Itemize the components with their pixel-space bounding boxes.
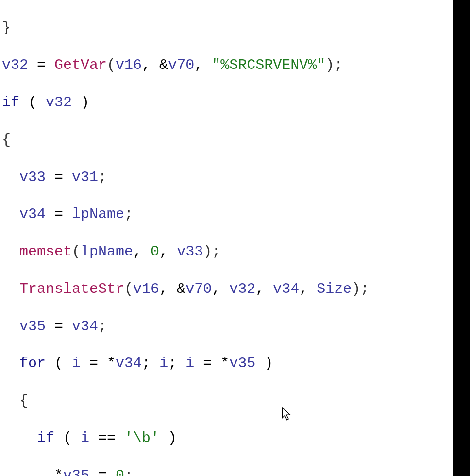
variable[interactable]: v32 bbox=[229, 281, 255, 297]
variable[interactable]: v33 bbox=[19, 169, 46, 186]
punct: ; bbox=[124, 206, 133, 222]
function-call[interactable]: memset bbox=[19, 243, 72, 260]
variable[interactable]: i bbox=[159, 355, 168, 372]
variable[interactable]: i bbox=[81, 430, 89, 446]
variable[interactable]: v32 bbox=[2, 57, 28, 73]
variable[interactable]: Size bbox=[317, 281, 352, 297]
comma: , bbox=[142, 57, 159, 73]
brace: } bbox=[2, 19, 11, 36]
comma: , bbox=[133, 243, 151, 260]
punct: ; bbox=[124, 467, 133, 476]
paren: ( bbox=[124, 281, 133, 297]
right-border-panel bbox=[453, 0, 470, 476]
punct: ); bbox=[203, 243, 220, 260]
code-line: if ( i == '\b' ) bbox=[2, 429, 470, 447]
punct: ); bbox=[352, 281, 369, 297]
variable[interactable]: v31 bbox=[72, 169, 98, 186]
keyword: for bbox=[19, 355, 46, 372]
keyword: if bbox=[37, 430, 54, 446]
paren: ( bbox=[72, 243, 81, 260]
variable[interactable]: v16 bbox=[116, 57, 142, 73]
code-line: memset(lpName, 0, v33); bbox=[2, 242, 470, 261]
operator: = bbox=[46, 206, 72, 222]
char-literal: '\b' bbox=[124, 430, 159, 446]
variable[interactable]: i bbox=[72, 355, 81, 372]
comma: , bbox=[194, 57, 212, 73]
variable[interactable]: v34 bbox=[273, 281, 299, 297]
code-line: *v35 = 0; bbox=[2, 466, 470, 476]
brace: { bbox=[19, 392, 28, 409]
operator: * bbox=[54, 467, 63, 476]
variable[interactable]: v16 bbox=[133, 281, 159, 297]
function-call[interactable]: TranslateStr bbox=[19, 281, 124, 297]
operator: = bbox=[28, 57, 54, 73]
comma: , bbox=[159, 243, 177, 260]
punct: ; bbox=[98, 318, 107, 335]
variable[interactable]: lpName bbox=[72, 206, 124, 222]
paren: ( bbox=[107, 57, 116, 73]
code-line: { bbox=[2, 131, 470, 149]
code-line: { bbox=[2, 391, 470, 410]
operator: * bbox=[107, 355, 116, 372]
punct: ); bbox=[325, 57, 343, 73]
variable[interactable]: i bbox=[185, 355, 194, 372]
operator: = bbox=[81, 355, 107, 372]
variable[interactable]: v35 bbox=[63, 467, 89, 476]
keyword: if bbox=[2, 94, 19, 111]
number: 0 bbox=[116, 467, 124, 476]
operator: = bbox=[194, 355, 220, 372]
variable[interactable]: v34 bbox=[72, 318, 98, 335]
variable[interactable]: v32 bbox=[46, 94, 72, 111]
paren: ( bbox=[54, 430, 81, 446]
punct: ; bbox=[98, 169, 107, 186]
code-line: v35 = v34; bbox=[2, 317, 470, 336]
punct: ; bbox=[142, 355, 159, 372]
code-line: for ( i = *v34; i; i = *v35 ) bbox=[2, 354, 470, 373]
string-literal[interactable]: "%SRCSRVENV%" bbox=[212, 57, 325, 73]
paren: ) bbox=[159, 430, 177, 446]
operator: = bbox=[89, 467, 116, 476]
code-line: v34 = lpName; bbox=[2, 205, 470, 223]
variable[interactable]: v35 bbox=[19, 318, 46, 335]
number: 0 bbox=[151, 243, 159, 260]
operator: == bbox=[89, 430, 124, 446]
punct: ; bbox=[168, 355, 185, 372]
decompiler-code-view[interactable]: } v32 = GetVar(v16, &v70, "%SRCSRVENV%")… bbox=[0, 0, 470, 476]
operator: & bbox=[159, 57, 168, 73]
code-line: if ( v32 ) bbox=[2, 93, 470, 112]
variable[interactable]: v70 bbox=[185, 281, 212, 297]
code-line: TranslateStr(v16, &v70, v32, v34, Size); bbox=[2, 280, 470, 298]
variable[interactable]: v33 bbox=[177, 243, 203, 260]
brace: { bbox=[2, 132, 11, 148]
variable[interactable]: v34 bbox=[19, 206, 46, 222]
paren: ) bbox=[72, 94, 89, 111]
operator: = bbox=[46, 318, 72, 335]
code-line: v32 = GetVar(v16, &v70, "%SRCSRVENV%"); bbox=[2, 56, 470, 74]
variable[interactable]: v70 bbox=[168, 57, 194, 73]
comma: , bbox=[299, 281, 317, 297]
variable[interactable]: lpName bbox=[81, 243, 133, 260]
paren: ) bbox=[255, 355, 273, 372]
paren: ( bbox=[19, 94, 46, 111]
comma: , bbox=[255, 281, 273, 297]
variable[interactable]: v35 bbox=[229, 355, 255, 372]
comma: , bbox=[212, 281, 229, 297]
paren: ( bbox=[46, 355, 72, 372]
function-call[interactable]: GetVar bbox=[54, 57, 107, 73]
operator: * bbox=[220, 355, 229, 372]
comma: , bbox=[159, 281, 177, 297]
operator: = bbox=[46, 169, 72, 186]
code-line: v33 = v31; bbox=[2, 168, 470, 187]
operator: & bbox=[177, 281, 185, 297]
variable[interactable]: v34 bbox=[116, 355, 142, 372]
code-line: } bbox=[2, 18, 470, 37]
